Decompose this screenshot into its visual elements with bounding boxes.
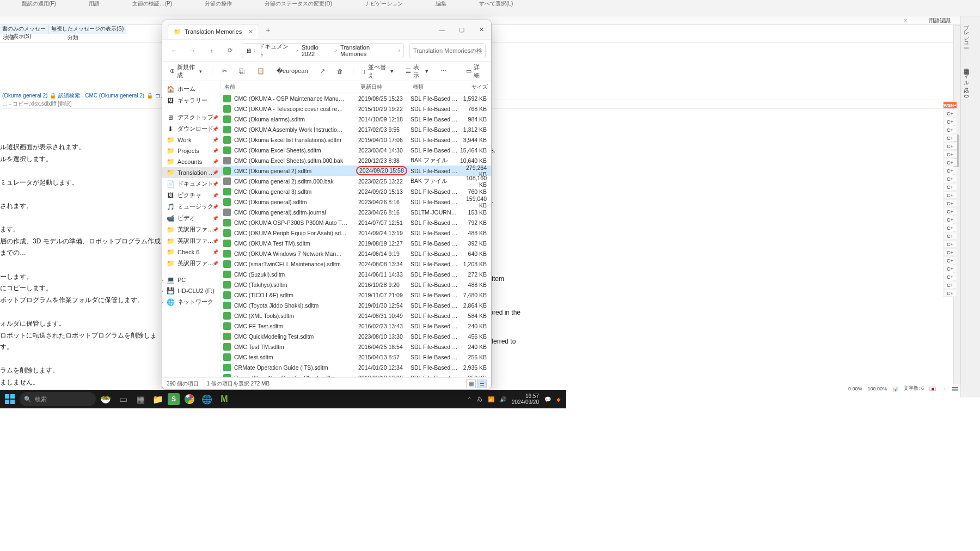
file-row[interactable]: CMC (Takihyo).sdltm2016/10/28 9:20SDL Fi… <box>221 279 491 290</box>
taskbar-studio[interactable]: S <box>168 393 180 405</box>
minimize-button[interactable]: — <box>432 20 452 40</box>
rename-button[interactable]: �european <box>274 65 310 77</box>
up-button[interactable]: ↑ <box>205 44 218 57</box>
file-row[interactable]: CMC (Okuma Excel Sheets).sdltm.000.bak20… <box>221 155 491 166</box>
copy-button[interactable]: ⿻ <box>237 66 247 77</box>
sidebar-item[interactable]: 📁英訳用ファイル📌 <box>162 224 220 235</box>
sidebar-item[interactable]: ›💾HD-CLU2 (F:) <box>162 285 220 296</box>
taskbar-apps-icon[interactable]: ▦ <box>133 391 148 407</box>
file-row[interactable]: Denso Wave New Supplier Check.sdltm2013/… <box>221 372 491 377</box>
file-row[interactable]: CMC (TICO L&F).sdltm2019/11/07 21:09SDL … <box>221 290 491 300</box>
file-row[interactable]: CMC (Okuma general 3).sdltm2024/09/20 15… <box>221 186 491 197</box>
sidebar-item[interactable]: 📁Translation Mem…📌 <box>162 167 220 178</box>
tray-chevron-icon[interactable]: ⌃ <box>467 396 471 402</box>
taskbar-taskview[interactable]: ▭ <box>115 391 131 407</box>
tab-close-icon[interactable]: ✕ <box>248 28 253 35</box>
file-row[interactable]: CMC (OKUMA Windows 7 Network Man…2014/06… <box>221 248 491 259</box>
more-button[interactable]: ⋯ <box>438 65 449 77</box>
back-button[interactable]: ← <box>168 44 181 57</box>
file-row[interactable]: CMC (Okuma alarms).sdltm2014/10/09 12:18… <box>221 114 491 124</box>
column-headers[interactable]: 名前 更新日時 種類 サイズ <box>221 81 491 93</box>
explorer-search[interactable] <box>409 43 486 58</box>
file-row[interactable]: CMC (OKUMA OSP-P300S P300M Auto T…2014/0… <box>221 217 491 228</box>
view-button[interactable]: ☰表示 ▾ <box>403 61 430 82</box>
sidebar-item[interactable]: 🎵ミュージック📌 <box>162 201 220 212</box>
file-row[interactable]: CMC (OKUMA - OSP Maintenance Manu…2019/0… <box>221 93 491 103</box>
column-date[interactable]: 更新日時 <box>357 83 409 91</box>
file-row[interactable]: CMC (Okuma Excel list translations).sdlt… <box>221 134 491 145</box>
file-row[interactable]: CMC Test TM.sdltm2016/04/25 18:54SDL Fil… <box>221 341 491 352</box>
new-button[interactable]: ⊕新規作成 ▾ <box>168 61 204 82</box>
column-type[interactable]: 種類 <box>409 83 458 91</box>
taskbar-m-app[interactable]: M <box>217 391 232 407</box>
column-name[interactable]: 名前 <box>221 83 357 91</box>
maximize-button[interactable]: ▢ <box>452 20 471 40</box>
system-tray[interactable]: ⌃ あ 📶 🔊 16:57 2024/09/20 💬 ◆ <box>467 393 564 405</box>
sidebar-item[interactable]: 📁英訳用ファイル📌 <box>162 235 220 247</box>
forward-button[interactable]: → <box>186 44 199 57</box>
sidebar-item[interactable]: 🏠ホーム <box>162 83 220 95</box>
sidebar-item[interactable]: 📁Check 6📌 <box>162 247 220 258</box>
file-row[interactable]: CMC (Toyota Jiddo Shokki).sdltm2019/01/3… <box>221 300 491 310</box>
file-row[interactable]: CRMate Operation Guide (ITS).sdltm2014/0… <box>221 362 491 372</box>
file-row[interactable]: CMC (Okuma Excel Sheets).sdltm2023/03/04… <box>221 145 491 155</box>
wifi-icon[interactable]: 📶 <box>488 396 494 402</box>
new-tab-button[interactable]: + <box>262 25 273 35</box>
details-view-button[interactable]: ☰ <box>477 379 487 388</box>
taskbar-explorer[interactable]: 📁 <box>150 391 166 407</box>
volume-icon[interactable]: 🔊 <box>500 396 506 402</box>
close-button[interactable]: ✕ <box>471 20 491 40</box>
copilot-icon[interactable]: ◆ <box>556 396 561 402</box>
sort-button[interactable]: ↕並べ替え ▾ <box>360 61 396 82</box>
sidebar-item[interactable]: ⬇ダウンロード📌 <box>162 123 220 134</box>
file-row[interactable]: CMC (Okuma general 2).sdltm.000.bak2023/… <box>221 176 491 186</box>
file-row[interactable]: CMC (OKUMA Periph Equip For Asahi).sd…20… <box>221 228 491 238</box>
sidebar-item[interactable]: ›🌐ネットワーク <box>162 296 220 308</box>
file-row[interactable]: CMC (Okuma general 2).sdltm2024/09/20 15… <box>221 166 491 176</box>
file-row[interactable]: CMC (OKUMA Assembly Work Instructio…2017… <box>221 124 491 134</box>
thumbnails-view-button[interactable]: ▦ <box>466 379 476 388</box>
address-bar[interactable]: 🖥 › ドキュメント › Studio 2022 › Translation M… <box>242 43 404 58</box>
cut-button[interactable]: ✂ <box>220 65 229 77</box>
notifications-icon[interactable]: 💬 <box>544 396 551 402</box>
highlighted-date: 2024/09/20 15:58 <box>356 166 407 175</box>
file-row[interactable]: CMC (OKUMA Test TM).sdltm2019/08/19 12:2… <box>221 238 491 248</box>
file-row[interactable]: CMC FE Test.sdltm2016/02/23 13:43SDL Fil… <box>221 321 491 331</box>
paste-button[interactable]: 📋 <box>255 65 267 77</box>
taskbar-clock[interactable]: 16:57 2024/09/20 <box>512 393 539 405</box>
sidebar-item[interactable]: 📁英訳用ファイル📌 <box>162 258 220 269</box>
column-size[interactable]: サイズ <box>458 83 491 91</box>
chevron-icon: › <box>162 299 163 305</box>
taskbar-browser[interactable]: 🌐 <box>199 391 215 407</box>
search-icon: 🔍 <box>24 396 32 403</box>
sidebar-item[interactable]: 📄ドキュメント📌 <box>162 178 220 189</box>
file-row[interactable]: CMC test.sdltm2015/04/13 8:57SDL File-Ba… <box>221 352 491 362</box>
file-date: 2016/02/23 13:43 <box>358 323 411 329</box>
refresh-button[interactable]: ⟳ <box>223 44 236 57</box>
sidebar-item[interactable]: 🖥デスクトップ📌 <box>162 112 220 123</box>
sidebar-item[interactable]: 🖼ギャラリー <box>162 95 220 106</box>
sidebar-item[interactable]: 📁Work📌 <box>162 134 220 145</box>
file-row[interactable]: CMC (Suzuki).sdltm2014/06/11 14:33SDL Fi… <box>221 269 491 279</box>
sidebar-item[interactable]: ›💻PC <box>162 274 220 285</box>
sidebar-item[interactable]: 📹ビデオ📌 <box>162 212 220 224</box>
file-row[interactable]: CMC (smarTwinCELL Maintenance).sdltm2024… <box>221 259 491 269</box>
file-row[interactable]: CMC (OKUMA - Telescopic cover cost re…20… <box>221 103 491 114</box>
start-button[interactable] <box>2 391 17 407</box>
sidebar-item[interactable]: 📁Accounts📌 <box>162 156 220 167</box>
explorer-tab[interactable]: 📁 Translation Memories ✕ <box>168 24 259 39</box>
taskbar-search[interactable]: 🔍 検索 <box>20 392 96 406</box>
file-row[interactable]: CMC (Okuma general).sdltm2023/04/26 8:16… <box>221 197 491 207</box>
file-row[interactable]: CMC QuickModeling Test.sdltm2023/08/10 1… <box>221 331 491 341</box>
taskbar-salad-icon[interactable]: 🥗 <box>98 391 113 407</box>
delete-button[interactable]: 🗑 <box>335 66 345 77</box>
details-button[interactable]: ▭詳細 <box>464 61 486 82</box>
share-button[interactable]: ↗ <box>318 65 327 77</box>
ime-icon[interactable]: あ <box>477 395 482 403</box>
taskbar-chrome[interactable] <box>182 391 197 407</box>
file-icon <box>223 312 231 320</box>
file-row[interactable]: CMC (Okuma general).sdltm-journal2023/04… <box>221 207 491 217</box>
file-row[interactable]: CMC (XML Tools).sdltm2014/08/31 10:49SDL… <box>221 310 491 321</box>
sidebar-item[interactable]: 🖼ピクチャ📌 <box>162 189 220 201</box>
sidebar-item[interactable]: 📁Projects📌 <box>162 145 220 156</box>
